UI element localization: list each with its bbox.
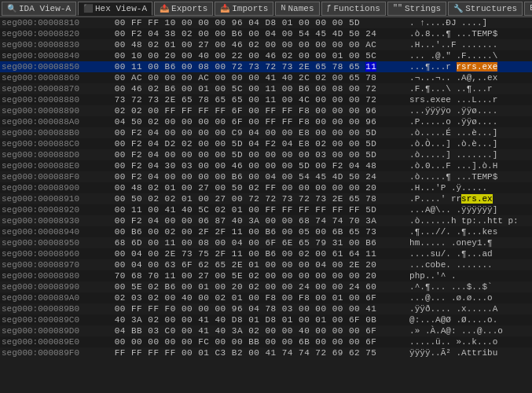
hex-cell: 73 72 73 2E 65 78 65 65 00 11 00 4C 00 0… [113, 94, 406, 105]
address-cell: seg000:000089B0 [0, 303, 113, 314]
ascii-cell: ...cobe. ....... [406, 259, 532, 270]
hex-cell: 02 02 00 FF FF FF FF 6F 00 FF FF F8 00 0… [113, 105, 406, 116]
address-cell: seg000:000088A0 [0, 116, 113, 127]
tab-ida-view[interactable]: 🔍 IDA View-A [2, 2, 76, 16]
table-row: seg000:0000882000 F2 04 38 02 00 00 B6 0… [0, 28, 532, 39]
hex-cell: 00 B6 00 02 00 2F 2F 11 00 B6 00 05 00 6… [113, 226, 406, 237]
tab-hex-view[interactable]: ⬛ Hex View-A [78, 2, 152, 16]
table-row: seg000:000089E000 00 00 00 00 FC 00 00 B… [0, 336, 532, 347]
address-cell: seg000:00008970 [0, 259, 113, 270]
hex-cell: 68 6D 00 11 00 08 00 04 00 6F 6E 65 79 3… [113, 237, 406, 248]
tab-names-label: Names [288, 4, 314, 13]
hex-cell: 00 F2 04 00 00 00 00 5D 00 00 00 00 03 0… [113, 149, 406, 160]
tab-exports[interactable]: 📤 Exports [154, 2, 213, 16]
tab-structures[interactable]: 🔧 Structures [448, 2, 523, 16]
ascii-cell: .» .À.A@: ...@...o [406, 325, 532, 336]
ascii-cell: .ò.Ò...] .ò.è...] [406, 138, 532, 149]
ascii-cell: .^.¶... ...$..$` [406, 281, 532, 292]
hex-table: seg000:0000881000 FF FF 10 00 00 00 96 0… [0, 17, 532, 358]
toolbar: 🔍 IDA View-A ⬛ Hex View-A 📤 Exports 📥 Im… [0, 0, 532, 17]
tab-names[interactable]: N Names [275, 2, 319, 16]
table-row: seg000:0000896000 04 00 2E 73 75 2F 11 0… [0, 248, 532, 259]
hex-cell: 40 3A 02 00 00 41 40 D8 01 D8 01 00 01 0… [113, 314, 406, 325]
table-row: seg000:0000890000 48 02 01 00 27 00 50 0… [0, 182, 532, 193]
ascii-cell: @:...A@Ø .Ø....o. [406, 314, 532, 325]
table-row: seg000:0000889002 02 00 FF FF FF FF 6F 0… [0, 105, 532, 116]
table-row: seg000:000088B000 F2 04 00 00 00 00 C9 0… [0, 127, 532, 138]
names-icon: N [281, 4, 285, 13]
address-cell: seg000:000089C0 [0, 314, 113, 325]
hex-cell: 70 68 70 11 00 27 00 5E 02 00 00 00 00 0… [113, 270, 406, 281]
table-row: seg000:0000893000 F2 04 00 00 06 87 40 3… [0, 215, 532, 226]
tab-strings[interactable]: "" Strings [387, 2, 446, 16]
ascii-cell: .H...'..F ....... [406, 39, 532, 50]
hex-cell: 04 50 02 00 00 00 00 6F 00 FF FF F8 00 0… [113, 116, 406, 127]
ascii-cell: ....su/. .¶...ad [406, 248, 532, 259]
ascii-cell: .ò.8...¶ ...TEMP$ [406, 28, 532, 39]
exports-icon: 📤 [160, 4, 169, 13]
ascii-cell: .ò.....] .......] [406, 149, 532, 160]
address-cell: seg000:00008900 [0, 182, 113, 193]
ascii-cell: hm..... .oney1.¶ [406, 237, 532, 248]
structures-icon: 🔧 [453, 4, 463, 13]
hex-cell: 00 11 00 41 40 5C 02 01 00 FF FF FF FF F… [113, 204, 406, 215]
hex-cell: 00 11 00 B6 00 08 00 72 73 72 73 2E 65 7… [113, 61, 406, 72]
address-cell: seg000:000088E0 [0, 160, 113, 171]
tab-functions-label: Functions [334, 4, 380, 13]
address-cell: seg000:00008840 [0, 50, 113, 61]
hex-cell: 00 AC 00 00 00 AC 00 00 00 41 40 2C 02 0… [113, 72, 406, 83]
hex-view-content[interactable]: seg000:0000881000 FF FF 10 00 00 00 96 0… [0, 17, 532, 393]
tab-hex-label: Hex View-A [95, 4, 147, 13]
address-cell: seg000:00008810 [0, 17, 113, 28]
tab-imports-label: Imports [232, 4, 268, 13]
address-cell: seg000:000088B0 [0, 127, 113, 138]
ascii-cell: .ò.....É ...è...] [406, 127, 532, 138]
table-row: seg000:000088A004 50 02 00 00 00 00 6F 0… [0, 116, 532, 127]
table-row: seg000:0000881000 FF FF 10 00 00 00 96 0… [0, 17, 532, 28]
hex-view-icon: ⬛ [83, 4, 93, 13]
address-cell: seg000:00008990 [0, 281, 113, 292]
table-row: seg000:0000883000 48 02 01 00 27 00 46 0… [0, 39, 532, 50]
address-cell: seg000:000088D0 [0, 149, 113, 160]
tab-functions[interactable]: ƒ Functions [321, 2, 386, 16]
tab-enums[interactable]: En Enums [524, 2, 532, 16]
address-cell: seg000:00008930 [0, 215, 113, 226]
ascii-cell: ...@... .ø.ø...o [406, 292, 532, 303]
ascii-cell: .P.....o .ÿÿø.... [406, 116, 532, 127]
address-cell: seg000:000089D0 [0, 325, 113, 336]
table-row: seg000:0000897000 04 00 63 6F 62 65 2E 0… [0, 259, 532, 270]
ascii-cell: .ò......h tp:..htt p: [406, 215, 532, 226]
hex-cell: 00 F2 04 30 03 00 00 46 00 00 00 5D 00 F… [113, 160, 406, 171]
hex-cell: 00 F2 04 00 00 06 87 40 3A 00 00 68 74 7… [113, 215, 406, 226]
strings-icon: "" [393, 4, 402, 13]
ascii-cell: .ò.....¶ ...TEMP$ [406, 171, 532, 182]
address-cell: seg000:00008940 [0, 226, 113, 237]
address-cell: seg000:000088C0 [0, 138, 113, 149]
address-cell: seg000:00008960 [0, 248, 113, 259]
tab-imports[interactable]: 📥 Imports [215, 2, 273, 16]
table-row: seg000:000088F000 F2 04 00 00 00 00 B6 0… [0, 171, 532, 182]
ascii-cell: ... .@." .F.....\ [406, 50, 532, 61]
hex-cell: 00 F2 04 D2 02 00 00 5D 04 F2 04 E8 02 0… [113, 138, 406, 149]
table-row: seg000:000089B000 FF FF F0 00 00 00 96 0… [0, 303, 532, 314]
ascii-cell: .H...'P .ÿ..... [406, 182, 532, 193]
ascii-cell: .¶...//. .¶...kes [406, 226, 532, 237]
table-row: seg000:0000888073 72 73 2E 65 78 65 65 0… [0, 94, 532, 105]
address-cell: seg000:00008850 [0, 61, 113, 72]
ascii-cell: php..'^ . [406, 270, 532, 281]
table-row: seg000:000089D004 BB 03 C0 00 41 40 3A 0… [0, 325, 532, 336]
ascii-cell: ...¶...r rsrs.exe [406, 61, 532, 72]
tab-exports-label: Exports [171, 4, 207, 13]
hex-cell: 00 FF FF F0 00 00 00 96 04 78 03 00 00 0… [113, 303, 406, 314]
hex-cell: 00 5E 02 B6 00 01 00 20 02 00 00 24 00 0… [113, 281, 406, 292]
ascii-cell: .ò.0...F ...].ò.H [406, 160, 532, 171]
table-row: seg000:0000895068 6D 00 11 00 08 00 04 0… [0, 237, 532, 248]
address-cell: seg000:00008870 [0, 83, 113, 94]
address-cell: seg000:00008950 [0, 237, 113, 248]
address-cell: seg000:00008920 [0, 204, 113, 215]
table-row: seg000:0000898070 68 70 11 00 27 00 5E 0… [0, 270, 532, 281]
tab-structures-label: Structures [465, 4, 517, 13]
table-row: seg000:0000884000 10 00 20 00 40 00 22 0… [0, 50, 532, 61]
table-row: seg000:000088D000 F2 04 00 00 00 00 5D 0… [0, 149, 532, 160]
hex-cell: 00 FF FF 10 00 00 00 96 04 D8 01 00 00 0… [113, 17, 406, 28]
